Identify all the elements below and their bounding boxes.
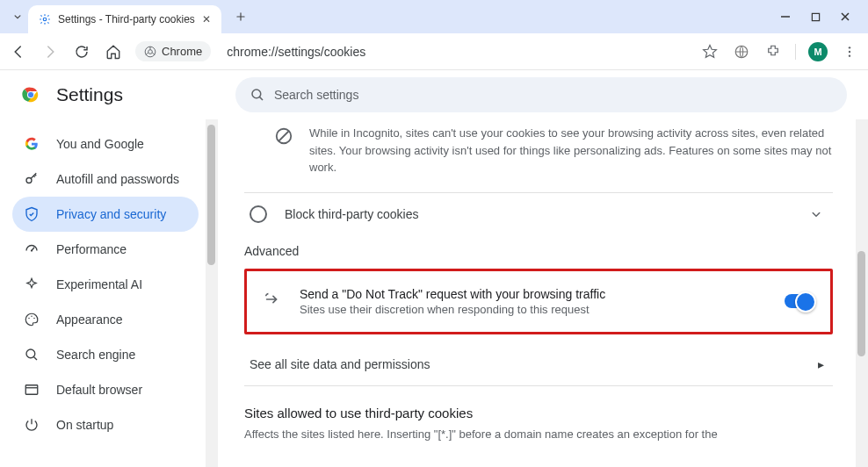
chevron-right-icon: ▸: [818, 357, 824, 371]
globe-icon[interactable]: [732, 42, 751, 61]
home-button[interactable]: [104, 42, 123, 61]
back-button[interactable]: [9, 42, 28, 61]
dnt-toggle-on[interactable]: [785, 294, 814, 308]
forward-arrow-icon: [263, 290, 282, 309]
palette-icon: [23, 311, 40, 328]
window-close-icon[interactable]: [838, 11, 852, 22]
sidebar-item-label: You and Google: [56, 137, 144, 151]
settings-header: Settings Search settings: [0, 70, 868, 119]
radio-unchecked-icon: [250, 205, 267, 223]
settings-sidebar: You and GoogleAutofill and passwordsPriv…: [0, 119, 206, 467]
kebab-menu-icon[interactable]: [840, 42, 859, 61]
extensions-icon[interactable]: [763, 42, 783, 61]
svg-line-13: [259, 97, 263, 100]
svg-point-18: [31, 316, 33, 318]
bookmark-star-icon[interactable]: [700, 42, 720, 61]
incognito-info-text: While in Incognito, sites can't use your…: [309, 125, 833, 176]
sidebar-item-label: Autofill and passwords: [56, 172, 179, 186]
search-icon: [23, 346, 40, 363]
highlight-annotation: Send a "Do Not Track" request with your …: [244, 269, 833, 334]
svg-point-6: [849, 47, 850, 48]
sidebar-item-shield[interactable]: Privacy and security: [12, 197, 199, 232]
window-minimize-icon[interactable]: [778, 11, 792, 22]
site-data-link[interactable]: See all site data and permissions ▸: [244, 343, 833, 386]
incognito-info-row: While in Incognito, sites can't use your…: [244, 119, 833, 192]
block-cookies-option[interactable]: Block third-party cookies: [244, 192, 833, 235]
sidebar-item-label: Search engine: [56, 348, 135, 362]
sidebar-item-power[interactable]: On startup: [12, 407, 199, 442]
chrome-logo-icon: [21, 85, 40, 104]
svg-point-4: [148, 49, 153, 54]
reload-button[interactable]: [72, 42, 91, 61]
sidebar-item-label: On startup: [56, 418, 113, 432]
svg-point-19: [33, 318, 35, 320]
browser-tab[interactable]: Settings - Third-party cookies ✕: [28, 5, 221, 33]
svg-point-7: [849, 50, 850, 52]
browser-toolbar: Chrome chrome://settings/cookies M: [0, 33, 868, 70]
svg-rect-22: [25, 385, 38, 395]
forward-button[interactable]: [40, 42, 60, 61]
advanced-section-label: Advanced: [244, 235, 833, 269]
site-chip-label: Chrome: [162, 45, 202, 58]
search-placeholder: Search settings: [274, 88, 359, 102]
sidebar-item-label: Privacy and security: [56, 207, 166, 221]
page-title: Settings: [56, 84, 123, 105]
block-cookies-label: Block third-party cookies: [285, 207, 419, 221]
sidebar-item-label: Default browser: [56, 383, 142, 397]
tab-close-icon[interactable]: ✕: [202, 13, 211, 25]
sparkle-icon: [23, 276, 40, 293]
address-bar[interactable]: chrome://settings/cookies: [223, 45, 688, 59]
window-icon: [23, 381, 40, 399]
profile-avatar[interactable]: M: [808, 42, 828, 61]
svg-point-20: [26, 349, 35, 358]
site-chip[interactable]: Chrome: [135, 41, 211, 61]
new-tab-button[interactable]: [228, 4, 253, 29]
dnt-subtitle: Sites use their discretion when respondi…: [300, 303, 605, 316]
settings-content: While in Incognito, sites can't use your…: [218, 119, 856, 467]
sidebar-item-search[interactable]: Search engine: [12, 337, 199, 372]
sidebar-item-speed[interactable]: Performance: [12, 232, 199, 267]
svg-point-8: [849, 54, 850, 56]
allowed-sites-description: Affects the sites listed here. Inserting…: [244, 420, 833, 443]
svg-line-25: [279, 132, 289, 141]
svg-point-16: [31, 249, 33, 251]
dnt-title: Send a "Do Not Track" request with your …: [300, 287, 605, 301]
sidebar-item-sparkle[interactable]: Experimental AI: [12, 267, 199, 302]
shield-icon: [23, 205, 40, 223]
chrome-icon: [144, 46, 156, 58]
window-controls: [778, 11, 861, 22]
sidebar-scrollbar[interactable]: [206, 119, 218, 467]
tab-list-dropdown[interactable]: [7, 6, 28, 27]
sidebar-item-palette[interactable]: Appearance: [12, 302, 199, 337]
search-icon: [250, 87, 265, 103]
svg-line-21: [33, 356, 37, 360]
svg-point-17: [28, 318, 30, 320]
window-title-bar: Settings - Third-party cookies ✕: [0, 0, 868, 33]
svg-point-14: [26, 178, 32, 183]
site-data-label: See all site data and permissions: [250, 357, 430, 371]
sidebar-item-label: Performance: [56, 242, 127, 256]
settings-search-input[interactable]: Search settings: [235, 77, 847, 112]
dnt-setting-row[interactable]: Send a "Do Not Track" request with your …: [249, 273, 828, 330]
google-icon: [23, 135, 40, 153]
sidebar-item-window[interactable]: Default browser: [12, 372, 199, 407]
speed-icon: [23, 241, 40, 258]
key-icon: [23, 170, 40, 188]
window-maximize-icon[interactable]: [808, 11, 822, 22]
sidebar-item-key[interactable]: Autofill and passwords: [12, 162, 199, 197]
content-scrollbar[interactable]: [856, 119, 868, 467]
tab-title: Settings - Third-party cookies: [58, 13, 195, 25]
svg-point-12: [252, 90, 261, 98]
svg-rect-2: [812, 13, 819, 20]
settings-gear-icon: [39, 13, 51, 25]
allowed-sites-heading: Sites allowed to use third-party cookies: [244, 386, 833, 420]
expand-chevron-icon[interactable]: [808, 206, 824, 222]
sidebar-item-label: Appearance: [56, 313, 123, 327]
toolbar-divider: [795, 44, 796, 60]
svg-point-0: [43, 18, 47, 21]
blocked-circle-icon: [274, 126, 293, 146]
power-icon: [23, 416, 40, 434]
sidebar-item-google[interactable]: You and Google: [12, 126, 199, 162]
sidebar-item-label: Experimental AI: [56, 277, 142, 291]
